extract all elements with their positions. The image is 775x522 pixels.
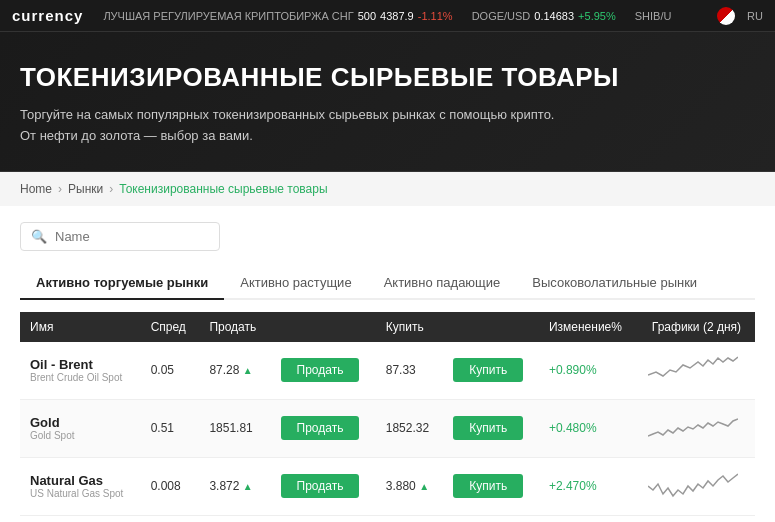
table-row: Gold Gold Spot 0.51 1851.81 Продать 1852… <box>20 399 755 457</box>
ticker-1-code: 500 <box>358 10 376 22</box>
sell-button[interactable]: Продать <box>281 416 360 440</box>
table-row: Natural Gas US Natural Gas Spot 0.008 3.… <box>20 457 755 515</box>
row2-sell-btn-cell: Продать <box>271 399 376 457</box>
arrow-up-icon: ▲ <box>243 365 253 376</box>
row2-spread: 0.51 <box>141 399 200 457</box>
hero-title: ТОКЕНИЗИРОВАННЫЕ СЫРЬЕВЫЕ ТОВАРЫ <box>20 62 755 93</box>
breadcrumb-markets[interactable]: Рынки <box>68 182 103 196</box>
buy-button[interactable]: Купить <box>453 416 523 440</box>
buy-button[interactable]: Купить <box>453 358 523 382</box>
market-tabs: Активно торгуемые рынки Активно растущие… <box>20 267 755 300</box>
row2-change: +0.480% <box>539 399 638 457</box>
ticker-3-pair: SHIB/U <box>635 10 672 22</box>
row1-spread: 0.05 <box>141 342 200 400</box>
row1-asset-sub: Brent Crude Oil Spot <box>30 372 131 383</box>
header: currency ЛУЧШАЯ РЕГУЛИРУЕМАЯ КРИПТОБИРЖА… <box>0 0 775 32</box>
search-input[interactable] <box>55 229 209 244</box>
tab-active-growing[interactable]: Активно растущие <box>224 267 367 300</box>
row1-buy-price: 87.33 <box>376 342 443 400</box>
row2-name: Gold Gold Spot <box>20 399 141 457</box>
row3-change: +2.470% <box>539 457 638 515</box>
breadcrumb-home[interactable]: Home <box>20 182 52 196</box>
row1-chart <box>638 342 755 400</box>
hero-description: Торгуйте на самых популярных токенизиров… <box>20 105 755 147</box>
row2-asset-sub: Gold Spot <box>30 430 131 441</box>
row3-name: Natural Gas US Natural Gas Spot <box>20 457 141 515</box>
hero-desc-line1: Торгуйте на самых популярных токенизиров… <box>20 107 554 122</box>
row2-chart <box>638 399 755 457</box>
row1-name: Oil - Brent Brent Crude Oil Spot <box>20 342 141 400</box>
row3-asset-name: Natural Gas <box>30 473 131 488</box>
ticker-1-change: -1.11% <box>418 10 453 22</box>
row1-asset-name: Oil - Brent <box>30 357 131 372</box>
row3-spread: 0.008 <box>141 457 200 515</box>
ticker-2-value: 0.14683 <box>534 10 574 22</box>
logo[interactable]: currency <box>12 7 83 24</box>
row3-buy-price: 3.880 ▲ <box>376 457 443 515</box>
content-area: 🔍 Активно торгуемые рынки Активно растущ… <box>0 206 775 522</box>
col-chart: Графики (2 дня) <box>638 312 755 342</box>
row1-change: +0.890% <box>539 342 638 400</box>
ticker-1: ЛУЧШАЯ РЕГУЛИРУЕМАЯ КРИПТОБИРЖА СНГ 500 … <box>103 10 452 22</box>
mini-chart-svg <box>648 466 738 504</box>
row2-buy-price: 1852.32 <box>376 399 443 457</box>
breadcrumb-sep-2: › <box>109 182 113 196</box>
arrow-up-icon: ▲ <box>419 481 429 492</box>
language-selector[interactable]: RU <box>747 10 763 22</box>
row2-buy-btn-cell: Купить <box>443 399 539 457</box>
ticker-3: SHIB/U <box>635 10 676 22</box>
col-sell: Продать <box>199 312 270 342</box>
row3-buy-btn-cell: Купить <box>443 457 539 515</box>
col-name: Имя <box>20 312 141 342</box>
sell-button[interactable]: Продать <box>281 474 360 498</box>
col-buy-btn <box>443 312 539 342</box>
row1-sell-price: 87.28 ▲ <box>199 342 270 400</box>
col-buy: Купить <box>376 312 443 342</box>
search-container: 🔍 <box>20 222 220 251</box>
row3-sell-btn-cell: Продать <box>271 457 376 515</box>
table-header-row: Имя Спред Продать Купить Изменение% Граф… <box>20 312 755 342</box>
ticker-bar: ЛУЧШАЯ РЕГУЛИРУЕМАЯ КРИПТОБИРЖА СНГ 500 … <box>103 10 711 22</box>
tab-active-trading[interactable]: Активно торгуемые рынки <box>20 267 224 300</box>
sell-button[interactable]: Продать <box>281 358 360 382</box>
header-right: RU <box>717 7 763 25</box>
col-sell-btn <box>271 312 376 342</box>
search-icon: 🔍 <box>31 229 47 244</box>
buy-button[interactable]: Купить <box>453 474 523 498</box>
breadcrumb-current: Токенизированные сырьевые товары <box>119 182 327 196</box>
tab-active-falling[interactable]: Активно падающие <box>368 267 517 300</box>
row2-sell-price: 1851.81 <box>199 399 270 457</box>
col-change: Изменение% <box>539 312 638 342</box>
row2-asset-name: Gold <box>30 415 131 430</box>
row1-buy-btn-cell: Купить <box>443 342 539 400</box>
breadcrumb: Home › Рынки › Токенизированные сырьевые… <box>0 172 775 206</box>
ticker-1-value: 4387.9 <box>380 10 414 22</box>
hero-section: ТОКЕНИЗИРОВАННЫЕ СЫРЬЕВЫЕ ТОВАРЫ Торгуйт… <box>0 32 775 172</box>
mini-chart-svg <box>648 350 738 388</box>
row3-sell-price: 3.872 ▲ <box>199 457 270 515</box>
row1-sell-btn-cell: Продать <box>271 342 376 400</box>
hero-desc-line2: От нефти до золота — выбор за вами. <box>20 128 253 143</box>
ticker-2-change: +5.95% <box>578 10 616 22</box>
flag-icon <box>717 7 735 25</box>
row3-asset-sub: US Natural Gas Spot <box>30 488 131 499</box>
ticker-2: DOGE/USD 0.14683 +5.95% <box>472 10 616 22</box>
arrow-up-icon: ▲ <box>243 481 253 492</box>
row3-chart <box>638 457 755 515</box>
ticker-1-label: ЛУЧШАЯ РЕГУЛИРУЕМАЯ КРИПТОБИРЖА СНГ <box>103 10 353 22</box>
tab-high-volatility[interactable]: Высоковолатильные рынки <box>516 267 713 300</box>
table-row: Oil - Brent Brent Crude Oil Spot 0.05 87… <box>20 342 755 400</box>
market-table: Имя Спред Продать Купить Изменение% Граф… <box>20 312 755 516</box>
mini-chart-svg <box>648 408 738 446</box>
breadcrumb-sep-1: › <box>58 182 62 196</box>
col-spread: Спред <box>141 312 200 342</box>
ticker-2-pair: DOGE/USD <box>472 10 531 22</box>
